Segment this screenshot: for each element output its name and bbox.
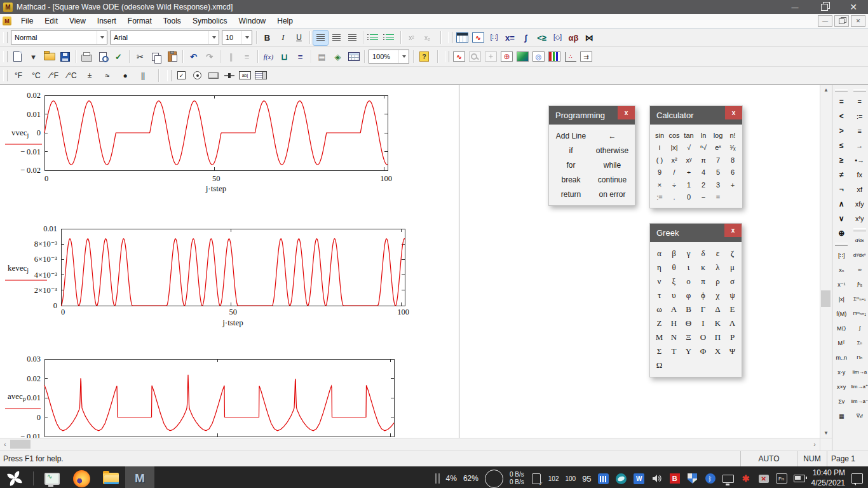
bitdefender-button[interactable]: B bbox=[669, 473, 681, 484]
style-dropdown[interactable]: Normal bbox=[11, 30, 107, 44]
greek-letter-24[interactable]: ω bbox=[652, 302, 667, 316]
greek-letter-28[interactable]: Δ bbox=[710, 302, 725, 316]
greek-letter-39[interactable]: O bbox=[696, 330, 710, 344]
toolbar-grip[interactable] bbox=[3, 51, 8, 62]
usb-tray-button[interactable] bbox=[531, 473, 542, 484]
greek-letter-27[interactable]: Γ bbox=[696, 302, 710, 316]
mathcad-taskbar-button[interactable]: M bbox=[125, 466, 154, 488]
programming-palette-titlebar[interactable]: Programming x bbox=[549, 106, 635, 125]
prog-key-while[interactable]: while bbox=[592, 158, 634, 172]
greek-letter-13[interactable]: ξ bbox=[667, 274, 681, 288]
boolean-op-9[interactable]: ⊕ bbox=[833, 226, 850, 240]
align-center-button[interactable] bbox=[329, 30, 344, 45]
new-dropdown-button[interactable]: ▾ bbox=[26, 50, 41, 64]
calc-key-tan[interactable]: tan bbox=[682, 129, 696, 142]
greek-letter-12[interactable]: ν bbox=[652, 274, 667, 288]
evaluation-op-3[interactable]: → bbox=[851, 138, 868, 152]
vertical-scroll-thumb[interactable] bbox=[821, 290, 831, 307]
vertical-scrollbar[interactable]: ▲ ▼ bbox=[820, 85, 832, 438]
calc-key-8[interactable]: 8 bbox=[726, 154, 740, 166]
copy-button[interactable] bbox=[149, 50, 163, 64]
scroll-right-arrow[interactable]: › bbox=[810, 438, 820, 451]
greek-letter-1[interactable]: β bbox=[667, 247, 681, 261]
greek-letter-3[interactable]: δ bbox=[696, 247, 710, 261]
calc-key-item-31[interactable]: . bbox=[667, 191, 682, 204]
close-button[interactable]: ✕ bbox=[839, 0, 868, 14]
volume-button[interactable] bbox=[651, 473, 663, 484]
restore-button[interactable] bbox=[810, 0, 839, 14]
calc-key-9[interactable]: 9 bbox=[653, 166, 667, 179]
vector-field-plot-button[interactable] bbox=[579, 50, 593, 64]
evaluation-op-1[interactable]: := bbox=[851, 109, 868, 123]
calc-key-5[interactable]: 5 bbox=[711, 166, 726, 179]
horizontal-scrollbar[interactable]: ‹ › bbox=[0, 438, 820, 451]
polar-plot-button[interactable] bbox=[499, 50, 514, 64]
insert-function-button[interactable]: f(x) bbox=[261, 50, 276, 64]
calculus-op-4[interactable]: Σᵐₙ₌₁ bbox=[851, 292, 868, 306]
greek-letter-8[interactable]: ι bbox=[681, 261, 696, 274]
custom-char-c[interactable]: ∕°C bbox=[64, 68, 80, 83]
save-button[interactable] bbox=[58, 50, 72, 64]
prog-key-item-1[interactable]: ← bbox=[592, 128, 634, 143]
toolbar-grip[interactable] bbox=[853, 89, 866, 92]
calc-key-2[interactable]: 2 bbox=[696, 179, 711, 191]
greek-letter-18[interactable]: τ bbox=[652, 288, 667, 302]
symbolics-palette-button[interactable]: ⋈ bbox=[582, 30, 597, 45]
greek-close-button[interactable]: x bbox=[724, 224, 742, 237]
scatter-plot-3d-button[interactable] bbox=[563, 50, 578, 64]
prog-key-otherwise[interactable]: otherwise bbox=[592, 143, 634, 158]
boolean-op-4[interactable]: ≥ bbox=[833, 152, 850, 167]
wave-app-button[interactable]: W bbox=[634, 473, 645, 484]
bar-plot-3d-button[interactable] bbox=[547, 50, 562, 64]
radeon-button[interactable]: ✱ bbox=[740, 473, 752, 484]
greek-letter-20[interactable]: φ bbox=[681, 288, 696, 302]
zoom-plot-button[interactable] bbox=[468, 50, 482, 64]
boolean-palette-button[interactable]: <≥ bbox=[534, 30, 549, 45]
zoom-dropdown[interactable]: 100% bbox=[369, 50, 409, 64]
greek-letter-34[interactable]: K bbox=[710, 316, 725, 330]
calculus-op-1[interactable]: dⁿ∕dxⁿ bbox=[851, 248, 868, 262]
greek-letter-32[interactable]: Θ bbox=[681, 316, 696, 330]
evaluation-op-2[interactable]: ≡ bbox=[851, 123, 868, 138]
menu-window[interactable]: Window bbox=[233, 15, 272, 27]
prog-key-continue[interactable]: continue bbox=[592, 172, 634, 187]
calc-key-x[interactable]: |x| bbox=[667, 142, 682, 154]
calc-key-ln[interactable]: ln bbox=[696, 129, 711, 142]
align-across-button[interactable]: ∥ bbox=[224, 50, 238, 64]
trace-plot-button[interactable] bbox=[484, 50, 498, 64]
matrix-op-2[interactable]: x⁻¹ bbox=[833, 277, 850, 292]
greek-letter-38[interactable]: Ξ bbox=[681, 330, 696, 344]
calc-key-e[interactable]: eˣ bbox=[711, 142, 726, 154]
calc-key-n[interactable]: n! bbox=[726, 129, 740, 142]
menu-format[interactable]: Format bbox=[122, 15, 158, 27]
calc-key-4[interactable]: 4 bbox=[696, 166, 711, 179]
calc-key-x[interactable]: x² bbox=[667, 154, 682, 166]
plot-vvec[interactable]: 0.020.010− 0.01− 0.02050100vvecjj·tstep bbox=[5, 91, 392, 193]
calc-key-item-9[interactable]: ⁿ√ bbox=[696, 142, 711, 154]
calc-key-item-33[interactable]: − bbox=[696, 191, 711, 204]
calc-key-item-25[interactable]: ÷ bbox=[667, 179, 682, 191]
matrix-op-6[interactable]: Mᵀ bbox=[833, 336, 850, 350]
prog-key-for[interactable]: for bbox=[551, 158, 592, 172]
toolbar-grip[interactable] bbox=[835, 243, 848, 246]
greek-letter-44[interactable]: Y bbox=[681, 344, 696, 358]
matrix-op-9[interactable]: x×y bbox=[833, 379, 850, 394]
prog-key-add-line[interactable]: Add Line bbox=[551, 128, 592, 143]
worksheet-canvas[interactable]: 0.020.010− 0.01− 0.02050100vvecjj·tstep0… bbox=[0, 85, 820, 438]
doc-close-button[interactable]: ✕ bbox=[851, 15, 865, 27]
toolbar-grip[interactable] bbox=[167, 70, 172, 81]
greek-letter-45[interactable]: Φ bbox=[696, 344, 710, 358]
redo-button[interactable]: ↷ bbox=[202, 50, 217, 64]
minimize-button[interactable]: — bbox=[780, 0, 810, 14]
greek-letter-26[interactable]: B bbox=[681, 302, 696, 316]
fn-lock-button[interactable]: Fn bbox=[776, 473, 787, 484]
calc-key-7[interactable]: 7 bbox=[711, 154, 726, 166]
toolbar-grip[interactable] bbox=[3, 32, 8, 43]
calc-key-3[interactable]: 3 bbox=[711, 179, 726, 191]
greek-letter-10[interactable]: λ bbox=[710, 261, 725, 274]
calculus-op-12[interactable]: ∇ₓf bbox=[851, 409, 868, 423]
clock[interactable]: 10:40 PM 4/25/2021 bbox=[811, 468, 845, 488]
greek-letter-30[interactable]: Z bbox=[652, 316, 667, 330]
matrix-op-11[interactable]: ▦ bbox=[833, 409, 850, 423]
subscript-button[interactable]: x₂ bbox=[420, 30, 435, 45]
